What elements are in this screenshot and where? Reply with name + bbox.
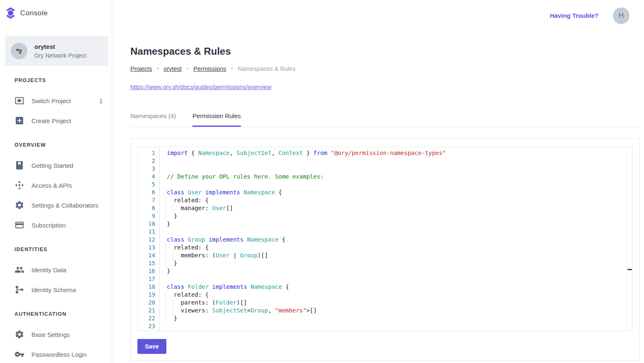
project-name: orytest [34,43,86,50]
code-line[interactable]: 12class Group implements Namespace { [138,236,632,244]
code-line-text: related: { [159,244,632,252]
user-avatar[interactable]: H [613,7,630,24]
sidebar-item-label: Settings & Collaborators [31,202,99,209]
code-line[interactable]: 8 manager: User[] [138,204,632,212]
code-line[interactable]: 22 } [138,315,632,322]
breadcrumb-item[interactable]: Projects [130,65,152,72]
line-number: 18 [138,283,159,291]
code-line[interactable]: 11 [138,228,632,236]
line-number: 16 [138,267,159,275]
line-number: 7 [138,196,159,204]
tab-permission-rules[interactable]: Permission Rules [192,112,241,127]
line-number: 3 [138,165,159,173]
code-line[interactable]: 1import { Namespace, SubjectSet, Context… [138,149,632,157]
logo-row[interactable]: Console [0,0,112,19]
sidebar-item-label: Identity Data [31,266,66,273]
switch-project-icon [14,96,24,106]
project-avatar [11,43,27,59]
code-line-text [159,165,632,173]
line-number: 15 [138,259,159,267]
code-line-text [159,275,632,283]
line-number: 22 [138,315,159,322]
indent-guide [166,291,166,299]
sidebar-item-access-apis[interactable]: Access & APIs [0,175,112,195]
sidebar-item-identity-data[interactable]: Identity Data [0,260,112,280]
sidebar-item-settings-collaborators[interactable]: Settings & Collaborators [0,195,112,215]
create-project-icon [14,116,24,126]
sidebar-section-label: PROJECTS [0,66,112,91]
indent-guide [166,330,166,331]
code-line[interactable]: 19 related: { [138,291,632,299]
code-line[interactable]: 24 permits = { [138,330,632,331]
line-number: 8 [138,204,159,212]
indent-guide [173,299,173,307]
line-number: 2 [138,157,159,165]
code-line[interactable]: 15 } [138,259,632,267]
sidebar-item-identity-schema[interactable]: Identity Schema [0,280,112,300]
sidebar-item-base-settings[interactable]: Base Settings [0,324,112,344]
line-number: 1 [138,149,159,157]
code-line[interactable]: 3 [138,165,632,173]
breadcrumb-item[interactable]: Permissions [193,65,226,72]
code-line[interactable]: 13 related: { [138,244,632,252]
having-trouble-link[interactable]: Having Trouble? [550,12,598,19]
project-card[interactable]: orytest Ory Network Project [5,36,108,66]
code-line[interactable]: 18class Folder implements Namespace { [138,283,632,291]
sidebar-item-subscription[interactable]: Subscription [0,215,112,235]
sidebar-item-passwordless-login[interactable]: Passwordless Login [0,344,112,363]
settings-icon [14,200,24,210]
sidebar-item-label: Subscription [31,222,66,229]
code-line[interactable]: 21 viewers: SubjectSet<Group, "members">… [138,307,632,315]
sidebar-item-getting-started[interactable]: Getting Started [0,155,112,175]
line-number: 6 [138,189,159,196]
code-line[interactable]: 7 related: { [138,196,632,204]
breadcrumb-item[interactable]: orytest [164,65,182,72]
line-number: 9 [138,212,159,220]
code-line-text: permits = { [159,330,632,331]
code-line-text: class Folder implements Namespace { [159,283,632,291]
sidebar-section-label: IDENTITIES [0,235,112,260]
code-line[interactable]: 9 } [138,212,632,220]
sidebar-item-create-project[interactable]: Create Project [0,111,112,131]
opl-code-editor[interactable]: 1import { Namespace, SubjectSet, Context… [137,147,633,331]
settings-icon [14,329,24,339]
breadcrumb-separator: • [231,66,233,72]
indent-guide [166,244,166,252]
code-line[interactable]: 6class User implements Namespace { [138,189,632,196]
key-icon [14,349,24,359]
code-line[interactable]: 17 [138,275,632,283]
code-line-text: manager: User[] [159,204,632,212]
line-number: 13 [138,244,159,252]
line-number: 19 [138,291,159,299]
app-title: Console [20,9,48,17]
code-line[interactable]: 5 [138,181,632,189]
code-line[interactable]: 2 [138,157,632,165]
ory-logo-icon [5,7,16,19]
code-line[interactable]: 14 members: (User | Group)[] [138,252,632,259]
page-title: Namespaces & Rules [130,46,640,56]
code-line-text [159,157,632,165]
code-line[interactable]: 4// Define your OPL rules here. Some exa… [138,173,632,181]
indent-guide [173,204,173,212]
save-button[interactable]: Save [137,339,166,354]
code-line-text: } [159,220,632,228]
tab-bar: Namespaces (4)Permission Rules [130,112,640,127]
code-line[interactable]: 16} [138,267,632,275]
editor-scrollbar[interactable] [627,147,632,331]
code-line[interactable]: 10} [138,220,632,228]
code-line-text: } [159,267,632,275]
code-line-text: related: { [159,291,632,299]
sidebar-item-badge: 1 [99,97,103,104]
line-number: 21 [138,307,159,315]
getting-started-icon [14,160,24,170]
tab-namespaces-4[interactable]: Namespaces (4) [130,112,176,127]
sidebar-section-label: OVERVIEW [0,131,112,155]
code-line[interactable]: 23 [138,322,632,330]
code-line-text [159,322,632,330]
sidebar-item-switch-project[interactable]: Switch Project1 [0,91,112,111]
code-line-text [159,181,632,189]
line-number: 11 [138,228,159,236]
docs-link[interactable]: https://www.ory.sh/docs/guides/permissio… [130,84,272,90]
code-line[interactable]: 20 parents: (Folder)[] [138,299,632,307]
line-number: 23 [138,322,159,330]
